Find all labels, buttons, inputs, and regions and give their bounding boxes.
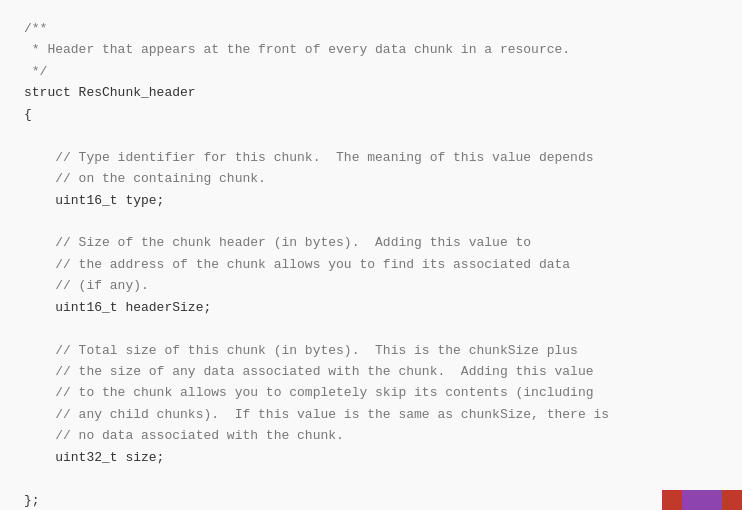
code-line: /** (24, 18, 718, 39)
empty-line (24, 125, 718, 146)
empty-line (24, 468, 718, 489)
code-line: // (if any). (24, 275, 718, 296)
bottom-bar (662, 490, 742, 510)
bottom-bar-inner (682, 490, 722, 510)
code-line: // no data associated with the chunk. (24, 425, 718, 446)
code-line: uint32_t size; (24, 447, 718, 468)
code-line: * Header that appears at the front of ev… (24, 39, 718, 60)
code-line: // any child chunks). If this value is t… (24, 404, 718, 425)
empty-line (24, 211, 718, 232)
code-line: // Total size of this chunk (in bytes). … (24, 340, 718, 361)
empty-line (24, 318, 718, 339)
code-line: */ (24, 61, 718, 82)
code-line: // Type identifier for this chunk. The m… (24, 147, 718, 168)
code-line: uint16_t headerSize; (24, 297, 718, 318)
code-line: // the size of any data associated with … (24, 361, 718, 382)
code-line: // on the containing chunk. (24, 168, 718, 189)
code-line: }; (24, 490, 718, 510)
code-block: /** * Header that appears at the front o… (24, 18, 718, 510)
code-container: /** * Header that appears at the front o… (0, 0, 742, 510)
code-line: // the address of the chunk allows you t… (24, 254, 718, 275)
code-line: uint16_t type; (24, 190, 718, 211)
code-line: // Size of the chunk header (in bytes). … (24, 232, 718, 253)
code-line: { (24, 104, 718, 125)
code-line: struct ResChunk_header (24, 82, 718, 103)
code-line: // to the chunk allows you to completely… (24, 382, 718, 403)
